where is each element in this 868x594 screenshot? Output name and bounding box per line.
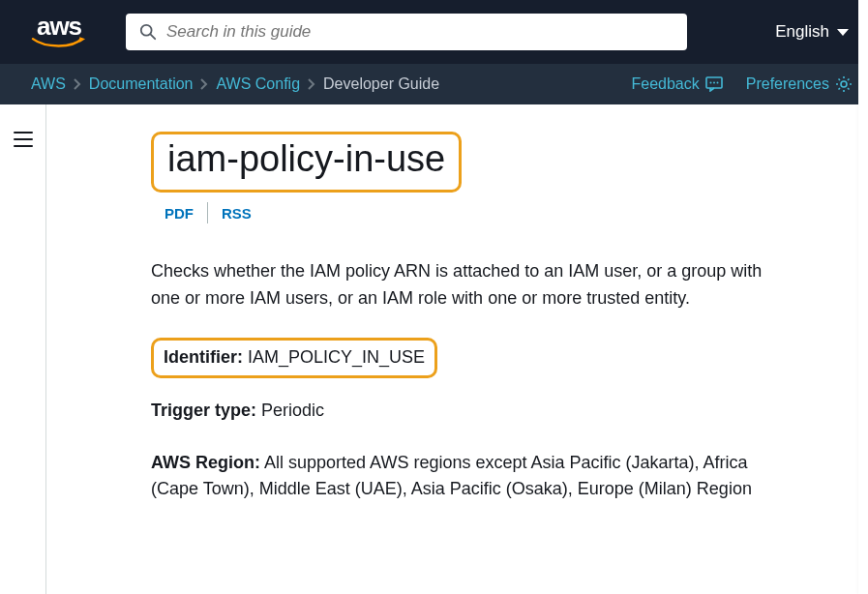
breadcrumb-aws-config[interactable]: AWS Config (216, 75, 300, 93)
top-header: aws English (0, 0, 868, 64)
chevron-right-icon (308, 78, 315, 90)
language-label: English (775, 22, 829, 42)
breadcrumb-current: Developer Guide (323, 75, 439, 93)
torn-edge-decoration (858, 0, 868, 594)
svg-point-6 (841, 81, 847, 87)
preferences-link[interactable]: Preferences (746, 75, 853, 93)
content-area: iam-policy-in-use PDF RSS Checks whether… (0, 104, 868, 594)
search-icon (139, 23, 157, 41)
identifier-label: Identifier: (164, 347, 243, 367)
feedback-label: Feedback (631, 75, 699, 93)
aws-smile-icon (31, 37, 87, 50)
separator (207, 202, 208, 223)
language-picker[interactable]: English (775, 22, 849, 42)
feedback-link[interactable]: Feedback (631, 75, 722, 93)
region-label: AWS Region: (151, 453, 260, 472)
svg-point-4 (713, 82, 715, 84)
feedback-icon (705, 76, 723, 92)
breadcrumb-aws[interactable]: AWS (31, 75, 66, 93)
main-content: iam-policy-in-use PDF RSS Checks whether… (46, 104, 868, 594)
sidebar-collapsed (0, 104, 46, 594)
search-input[interactable] (166, 22, 673, 42)
identifier-value: IAM_POLICY_IN_USE (248, 347, 425, 367)
svg-point-5 (716, 82, 718, 84)
breadcrumb: AWS Documentation AWS Config Developer G… (31, 75, 439, 93)
aws-logo-text: aws (37, 14, 81, 39)
preferences-label: Preferences (746, 75, 829, 93)
gear-icon (835, 75, 853, 93)
sub-header: AWS Documentation AWS Config Developer G… (0, 64, 868, 104)
page-title: iam-policy-in-use (167, 138, 445, 180)
pdf-link[interactable]: PDF (165, 205, 194, 222)
chevron-right-icon (200, 78, 208, 90)
rss-link[interactable]: RSS (222, 205, 252, 222)
svg-point-3 (709, 82, 711, 84)
identifier-highlight-box: Identifier: IAM_POLICY_IN_USE (151, 338, 437, 378)
region-row: AWS Region: All supported AWS regions ex… (151, 450, 781, 504)
trigger-row: Trigger type: Periodic (151, 398, 781, 425)
hamburger-icon[interactable] (14, 132, 33, 147)
svg-line-1 (151, 35, 156, 40)
chevron-down-icon (837, 29, 849, 36)
doc-format-links: PDF RSS (165, 202, 781, 223)
aws-logo[interactable]: aws (31, 14, 87, 50)
chevron-right-icon (74, 78, 81, 90)
svg-point-0 (141, 25, 152, 36)
trigger-label: Trigger type: (151, 401, 256, 420)
header-right-links: Feedback Preferences (631, 75, 853, 93)
description-text: Checks whether the IAM policy ARN is att… (151, 258, 781, 312)
title-highlight-box: iam-policy-in-use (151, 132, 462, 193)
trigger-value: Periodic (261, 401, 324, 420)
search-box[interactable] (126, 14, 687, 50)
breadcrumb-documentation[interactable]: Documentation (89, 75, 194, 93)
